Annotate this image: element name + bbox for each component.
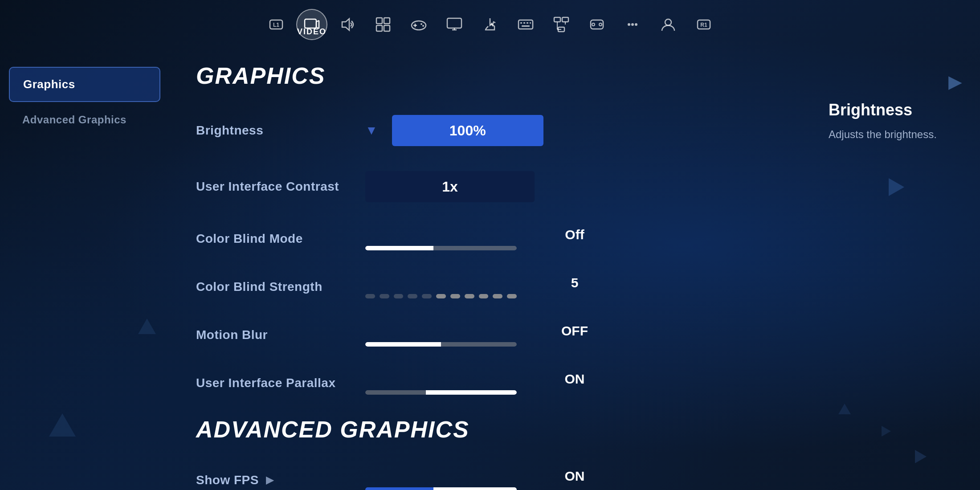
svg-point-36 [631, 23, 634, 26]
show-fps-icon: ▶ [266, 474, 274, 486]
nav-social-icon[interactable] [546, 9, 577, 40]
track-left-motion [365, 342, 441, 347]
track-right-motion [441, 342, 517, 347]
dot-2 [380, 294, 389, 298]
info-panel-description: Adjusts the brightness. [829, 127, 962, 143]
dot-4 [408, 294, 417, 298]
nav-touch-icon[interactable] [474, 9, 506, 40]
nav-controller-icon[interactable] [581, 9, 612, 40]
info-panel: ▶ Brightness Adjusts the brightness. [811, 53, 980, 490]
svg-point-33 [592, 23, 595, 26]
dot-5 [422, 294, 432, 298]
nav-l1[interactable]: L1 [261, 9, 292, 40]
brightness-value: 100% [449, 122, 486, 139]
sidebar-item-graphics[interactable]: Graphics [9, 67, 160, 102]
color-blind-mode-value: Off [365, 227, 784, 242]
brightness-label: Brightness [196, 123, 365, 138]
track-left-parallax [365, 390, 426, 395]
svg-text:R1: R1 [700, 22, 707, 28]
color-blind-mode-control: Off [365, 227, 784, 250]
dot-7 [450, 294, 460, 298]
nav-display[interactable] [439, 9, 470, 40]
nav-gamepad[interactable] [403, 9, 434, 40]
motion-blur-track[interactable] [365, 342, 517, 347]
svg-point-38 [665, 19, 671, 25]
nav-r1[interactable]: R1 [688, 9, 719, 40]
nav-accessibility[interactable] [617, 9, 648, 40]
svg-rect-9 [384, 18, 390, 24]
nav-gamepad-icon[interactable] [403, 9, 434, 40]
brightness-arrow: ▼ [365, 123, 378, 138]
advanced-graphics-section: ADVANCED GRAPHICS Show FPS ▶ ON [196, 416, 784, 490]
show-fps-value: ON [365, 469, 784, 484]
svg-rect-32 [591, 20, 603, 29]
svg-point-35 [628, 23, 630, 26]
brightness-control: ▼ 100% [365, 115, 543, 146]
ui-parallax-label: User Interface Parallax [196, 376, 365, 390]
nav-hud-icon[interactable] [368, 9, 399, 40]
dot-11 [507, 294, 517, 298]
svg-rect-2 [305, 19, 316, 28]
ui-contrast-value: 1x [442, 179, 458, 195]
brightness-bar[interactable]: 100% [392, 115, 543, 146]
nav-audio[interactable] [332, 9, 363, 40]
nav-l1-icon[interactable]: L1 [261, 9, 292, 40]
dot-8 [465, 294, 474, 298]
ui-parallax-track[interactable] [365, 390, 517, 395]
svg-point-16 [422, 25, 424, 27]
svg-rect-26 [554, 17, 560, 22]
ui-parallax-value: ON [365, 372, 784, 387]
nav-display-icon[interactable] [439, 9, 470, 40]
graphics-section-title: GRAPHICS [196, 62, 784, 89]
info-panel-title: Brightness [829, 101, 962, 119]
nav-social[interactable] [546, 9, 577, 40]
svg-rect-20 [519, 20, 533, 29]
color-blind-strength-slider[interactable] [365, 294, 517, 298]
color-blind-strength-label: Color Blind Strength [196, 280, 365, 294]
nav-accessibility-icon[interactable] [617, 9, 648, 40]
advanced-graphics-section-title: ADVANCED GRAPHICS [196, 416, 784, 443]
ui-contrast-control: 1x [365, 171, 784, 202]
nav-r1-icon[interactable]: R1 [688, 9, 719, 40]
content-area: GRAPHICS Brightness ▼ 100% User Interfac… [169, 53, 811, 490]
motion-blur-label: Motion Blur [196, 328, 365, 342]
dot-1 [365, 294, 375, 298]
motion-blur-control: OFF [365, 323, 784, 347]
nav-keyboard[interactable] [510, 9, 541, 40]
svg-rect-22 [523, 22, 525, 24]
svg-rect-27 [562, 17, 568, 22]
color-blind-strength-value: 5 [365, 275, 784, 290]
nav-keyboard-icon[interactable] [510, 9, 541, 40]
svg-point-15 [421, 23, 422, 25]
svg-text:L1: L1 [273, 22, 279, 28]
nav-hud[interactable] [368, 9, 399, 40]
setting-brightness: Brightness ▼ 100% [196, 102, 784, 159]
nav-account[interactable] [653, 9, 684, 40]
nav-account-icon[interactable] [653, 9, 684, 40]
svg-rect-17 [447, 18, 461, 28]
topbar: L1 VIDEO [0, 0, 980, 49]
svg-rect-24 [530, 22, 531, 24]
nav-touch[interactable] [474, 9, 506, 40]
show-fps-track[interactable] [365, 487, 517, 490]
svg-rect-10 [376, 25, 382, 31]
nav-controller[interactable] [581, 9, 612, 40]
setting-color-blind-strength: Color Blind Strength 5 [196, 263, 784, 311]
ui-contrast-bar[interactable]: 1x [365, 171, 535, 202]
sidebar-item-graphics-label: Graphics [23, 78, 75, 91]
svg-marker-7 [342, 19, 349, 30]
svg-rect-25 [522, 25, 530, 27]
nav-video[interactable]: VIDEO [296, 9, 327, 40]
sidebar-item-advanced-graphics[interactable]: Advanced Graphics [9, 104, 160, 136]
nav-audio-icon[interactable] [332, 9, 363, 40]
color-blind-strength-control: 5 [365, 275, 784, 298]
sidebar: Graphics Advanced Graphics [0, 53, 169, 490]
svg-point-37 [635, 23, 637, 26]
track-left-fps [365, 487, 433, 490]
setting-show-fps: Show FPS ▶ ON [196, 456, 784, 490]
show-fps-control: ON [365, 469, 784, 490]
nav-video-label: VIDEO [296, 27, 327, 37]
dot-9 [479, 294, 489, 298]
color-blind-mode-track[interactable] [365, 246, 517, 250]
dot-10 [493, 294, 502, 298]
